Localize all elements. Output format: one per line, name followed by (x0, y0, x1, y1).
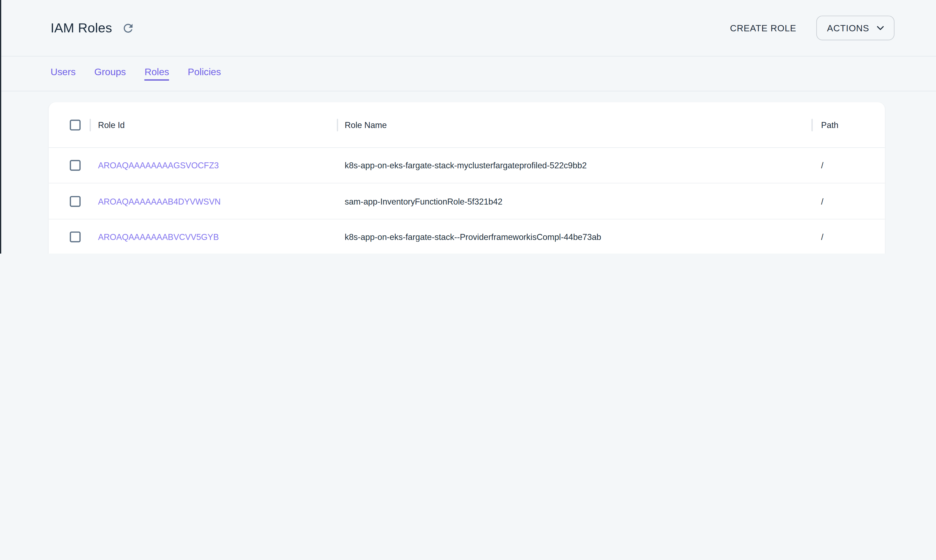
iam-tabbar: UsersGroupsRolesPolicies (0, 57, 936, 92)
role-name: k8s-app-on-eks-fargate-stack-myclusterfa… (337, 161, 812, 170)
actions-button[interactable]: ACTIONS (816, 15, 894, 40)
table-row: AROAQAAAAAAABVCVV5GYB k8s-app-on-eks-far… (49, 219, 885, 254)
table-row: AROAQAAAAAAAB4DYVWSVN sam-app-InventoryF… (49, 183, 885, 219)
refresh-button[interactable] (121, 21, 136, 35)
column-separator (337, 118, 338, 131)
table-row: AROAQAAAAAAAAGSVOCFZ3 k8s-app-on-eks-far… (49, 148, 885, 183)
role-path: / (812, 232, 885, 242)
table-body: AROAQAAAAAAAAGSVOCFZ3 k8s-app-on-eks-far… (49, 148, 885, 254)
refresh-icon (122, 21, 135, 35)
role-id-link[interactable]: AROAQAAAAAAABVCVV5GYB (98, 232, 219, 242)
column-header-path[interactable]: Path (812, 120, 885, 129)
app-viewport: IAM Roles CREATE ROLE ACTIONS UsersGroup… (0, 0, 936, 254)
chevron-down-icon (875, 22, 886, 34)
row-checkbox[interactable] (70, 232, 81, 242)
role-path: / (812, 161, 885, 170)
tab-policies[interactable]: Policies (188, 67, 221, 81)
tab-groups[interactable]: Groups (94, 67, 126, 81)
column-separator (811, 118, 813, 131)
row-checkbox[interactable] (70, 160, 81, 171)
column-header-role-id[interactable]: Role Id (90, 120, 337, 129)
role-path: / (812, 196, 885, 206)
role-id-link[interactable]: AROAQAAAAAAAAGSVOCFZ3 (98, 161, 219, 170)
tab-roles[interactable]: Roles (145, 67, 169, 81)
page-header: IAM Roles CREATE ROLE ACTIONS (0, 0, 936, 57)
column-separator (90, 118, 91, 131)
roles-table-card: Role Id Role Name Path AROAQAAAAAAAAGSVO… (49, 102, 885, 254)
column-header-role-name[interactable]: Role Name (337, 120, 812, 129)
row-checkbox[interactable] (70, 196, 81, 207)
sidebar-edge (0, 0, 1, 254)
main-content: Role Id Role Name Path AROAQAAAAAAAAGSVO… (0, 92, 936, 254)
page-title: IAM Roles (51, 20, 112, 36)
role-name: sam-app-InventoryFunctionRole-5f321b42 (337, 196, 812, 206)
table-header-row: Role Id Role Name Path (49, 102, 885, 148)
create-role-button[interactable]: CREATE ROLE (729, 23, 797, 33)
select-all-checkbox[interactable] (70, 119, 81, 130)
role-id-link[interactable]: AROAQAAAAAAAB4DYVWSVN (98, 196, 221, 206)
actions-button-label: ACTIONS (827, 23, 869, 33)
role-name: k8s-app-on-eks-fargate-stack--Providerfr… (337, 232, 812, 242)
tab-users[interactable]: Users (51, 67, 75, 81)
